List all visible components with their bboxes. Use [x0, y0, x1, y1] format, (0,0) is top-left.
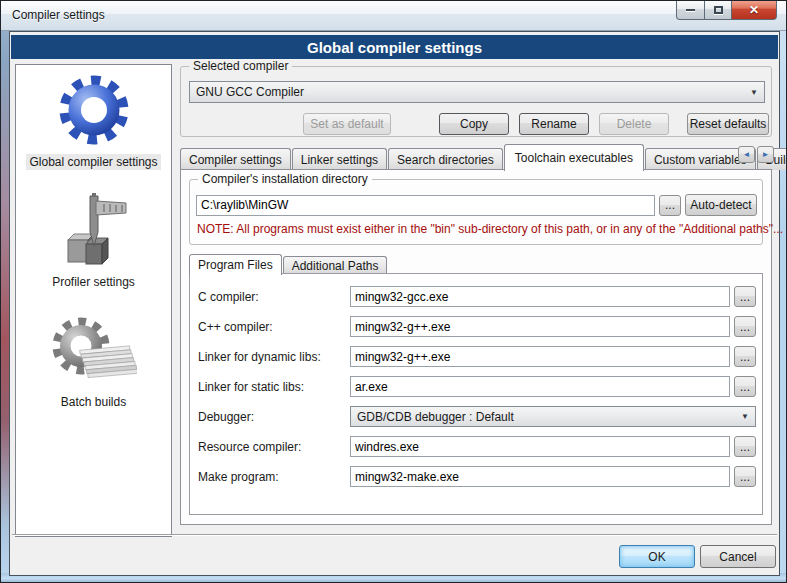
make-program-input[interactable]: [350, 466, 730, 487]
browse-directory-button[interactable]: ...: [659, 195, 681, 216]
close-icon: ✕: [749, 4, 759, 16]
ok-button[interactable]: OK: [619, 545, 695, 568]
cpp-compiler-input[interactable]: [350, 316, 730, 337]
tab-compiler-settings[interactable]: Compiler settings: [180, 148, 291, 170]
tab-search-directories[interactable]: Search directories: [388, 148, 503, 170]
footer-divider: [12, 534, 777, 536]
field-row-static-linker: Linker for static libs: ...: [198, 376, 756, 397]
field-label: Linker for static libs:: [198, 380, 346, 394]
minimize-button[interactable]: [676, 1, 705, 20]
titlebar[interactable]: Compiler settings ✕: [1, 1, 786, 31]
field-row-cpp-compiler: C++ compiler: ...: [198, 316, 756, 337]
field-row-make-program: Make program: ...: [198, 466, 756, 487]
tab-scroll-left-icon[interactable]: ◄: [738, 146, 755, 163]
settings-category-list: Global compiler settings: [15, 64, 172, 537]
caliper-icon: [56, 192, 130, 270]
static-linker-input[interactable]: [350, 376, 730, 397]
selected-compiler-group: Selected compiler GNU GCC Compiler ▼ Set…: [180, 66, 772, 137]
field-row-dynamic-linker: Linker for dynamic libs: ...: [198, 346, 756, 367]
selected-compiler-group-label: Selected compiler: [189, 59, 292, 73]
blue-gear-icon: [54, 70, 134, 150]
delete-button[interactable]: Delete: [599, 113, 669, 135]
sidebar-item-global-compiler-settings[interactable]: Global compiler settings: [26, 70, 160, 170]
field-label: C compiler:: [198, 290, 346, 304]
tab-toolchain-executables[interactable]: Toolchain executables: [504, 144, 644, 171]
field-label: Make program:: [198, 470, 346, 484]
field-row-resource-compiler: Resource compiler: ...: [198, 436, 756, 457]
sidebar-item-label: Batch builds: [58, 394, 129, 410]
field-row-c-compiler: C compiler: ...: [198, 286, 756, 307]
dynamic-linker-input[interactable]: [350, 346, 730, 367]
chevron-down-icon: ▼: [750, 88, 758, 97]
page-title-text: Global compiler settings: [307, 39, 482, 56]
copy-button[interactable]: Copy: [439, 113, 509, 135]
installation-directory-input[interactable]: [196, 195, 655, 216]
field-label: C++ compiler:: [198, 320, 346, 334]
compiler-select-value: GNU GCC Compiler: [196, 85, 304, 99]
browse-static-linker-button[interactable]: ...: [734, 376, 756, 397]
maximize-icon: [714, 6, 723, 14]
minimize-icon: [686, 9, 695, 12]
window-title: Compiler settings: [12, 8, 105, 22]
browse-cpp-compiler-button[interactable]: ...: [734, 316, 756, 337]
field-label: Resource compiler:: [198, 440, 346, 454]
installation-directory-label: Compiler's installation directory: [198, 172, 372, 186]
settings-tab-bar: Compiler settings Linker settings Search…: [180, 143, 787, 170]
field-label: Linker for dynamic libs:: [198, 350, 346, 364]
resource-compiler-input[interactable]: [350, 436, 730, 457]
field-row-debugger: Debugger: GDB/CDB debugger : Default ▼: [198, 406, 756, 427]
tab-additional-paths[interactable]: Additional Paths: [283, 256, 388, 274]
note-text: NOTE: All programs must exist either in …: [197, 222, 783, 236]
page-title: Global compiler settings: [11, 34, 778, 59]
field-label: Debugger:: [198, 410, 346, 424]
browse-resource-compiler-button[interactable]: ...: [734, 436, 756, 457]
dialog-client-area: Global compiler settings: [9, 31, 780, 576]
sidebar-item-batch-builds[interactable]: Batch builds: [51, 316, 137, 410]
auto-detect-button[interactable]: Auto-detect: [685, 194, 757, 216]
compiler-settings-window: Compiler settings ✕ Global compiler sett…: [0, 0, 787, 583]
installation-directory-row: ... Auto-detect: [196, 194, 757, 216]
cancel-button[interactable]: Cancel: [700, 545, 776, 568]
sidebar-item-label: Profiler settings: [49, 274, 138, 290]
tab-scroll-right-icon[interactable]: ►: [757, 146, 774, 163]
program-files-tab-bar: Program Files Additional Paths: [189, 253, 388, 274]
browse-make-program-button[interactable]: ...: [734, 466, 756, 487]
sidebar-item-profiler-settings[interactable]: Profiler settings: [49, 192, 138, 290]
browse-c-compiler-button[interactable]: ...: [734, 286, 756, 307]
compiler-select[interactable]: GNU GCC Compiler ▼: [189, 81, 765, 103]
tab-scroll-buttons: ◄ ►: [738, 146, 774, 163]
window-frame-left: [1, 1, 9, 583]
reset-defaults-button[interactable]: Reset defaults: [687, 113, 769, 135]
tab-linker-settings[interactable]: Linker settings: [292, 148, 387, 170]
maximize-button[interactable]: [705, 1, 732, 20]
tab-program-files[interactable]: Program Files: [189, 254, 282, 275]
installation-directory-group: Compiler's installation directory ... Au…: [189, 179, 763, 245]
gray-gear-stack-icon: [51, 316, 137, 390]
program-files-panel: C compiler: ... C++ compiler: ... Linker…: [189, 273, 763, 515]
c-compiler-input[interactable]: [350, 286, 730, 307]
rename-button[interactable]: Rename: [519, 113, 589, 135]
debugger-select-value: GDB/CDB debugger : Default: [357, 410, 514, 424]
caption-buttons: ✕: [676, 1, 777, 20]
sidebar-item-label: Global compiler settings: [26, 154, 160, 170]
debugger-select[interactable]: GDB/CDB debugger : Default ▼: [350, 406, 756, 427]
toolchain-executables-page: Compiler's installation directory ... Au…: [180, 169, 772, 525]
close-button[interactable]: ✕: [732, 1, 777, 20]
browse-dynamic-linker-button[interactable]: ...: [734, 346, 756, 367]
chevron-down-icon: ▼: [741, 412, 749, 421]
set-as-default-button[interactable]: Set as default: [303, 113, 391, 135]
